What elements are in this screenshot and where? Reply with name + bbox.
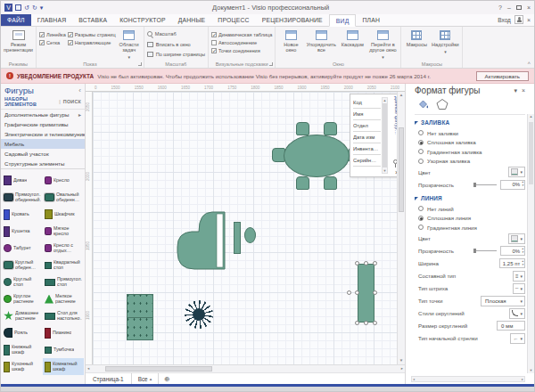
shape-item[interactable]: Рояль bbox=[2, 324, 43, 341]
input-control[interactable]: 0 мм bbox=[497, 321, 525, 331]
save-icon[interactable] bbox=[15, 4, 21, 11]
scroll-thumb[interactable] bbox=[529, 122, 533, 184]
checkbox-grid[interactable]: Сетка bbox=[39, 40, 66, 45]
shape-item[interactable]: Стол для настольно… bbox=[43, 307, 84, 324]
sign-in-label[interactable]: Вход bbox=[498, 17, 511, 23]
scroll-right-icon[interactable]: ▸ bbox=[401, 365, 403, 372]
dialog-launcher-icon[interactable] bbox=[269, 62, 273, 66]
stencil-item[interactable]: Структурные элементы bbox=[1, 159, 85, 168]
shape-item[interactable]: Шкафчик bbox=[43, 206, 84, 223]
dropdown-control[interactable]: Плоская▾ bbox=[481, 296, 525, 306]
shape-item[interactable]: Кресло с отдых… bbox=[43, 240, 84, 257]
scroll-thumb[interactable] bbox=[383, 103, 387, 167]
stencil-item[interactable]: Электрические и телекоммуникацион… bbox=[1, 129, 85, 139]
shape-item[interactable]: Мелкое растение bbox=[43, 290, 84, 307]
shape-item[interactable]: Кровать bbox=[2, 206, 43, 223]
arrange-all-button[interactable]: Упорядочить все bbox=[305, 29, 337, 60]
tab-search[interactable]: ПОИСК bbox=[63, 99, 81, 104]
shape-piano-bench[interactable] bbox=[234, 222, 241, 254]
fill-transparency-value[interactable]: 0%▴▾ bbox=[500, 180, 525, 190]
shape-item[interactable]: Кресло bbox=[43, 172, 84, 189]
shape-data-scrollbar[interactable]: ▲ ▼ bbox=[382, 97, 388, 174]
page-width-button[interactable]: По ширине страницы bbox=[147, 49, 205, 60]
ribbon-tab[interactable]: ВСТАВКА bbox=[72, 14, 113, 26]
shape-item[interactable]: Табурет bbox=[2, 240, 43, 257]
panel-menu-icon[interactable]: ▾ bbox=[514, 87, 517, 94]
panel-vertical-scrollbar[interactable]: ▲ ▼ bbox=[527, 114, 534, 373]
redo-icon[interactable]: ↻ bbox=[32, 4, 37, 12]
fill-icon[interactable] bbox=[416, 98, 429, 110]
tab-stencils[interactable]: НАБОРЫ ЭЛЕМЕНТОВ bbox=[4, 96, 56, 107]
radio-option[interactable]: Нет заливки bbox=[415, 128, 525, 138]
radio-option[interactable]: Сплошная заливка bbox=[415, 138, 525, 148]
line-color-button[interactable]: ▾ bbox=[508, 233, 525, 244]
shape-item[interactable]: Книжный шкаф bbox=[2, 341, 43, 358]
selection-handle[interactable] bbox=[355, 290, 359, 295]
scroll-left-icon[interactable]: ◂ bbox=[87, 365, 89, 372]
ribbon-tab[interactable]: КОНСТРУКТОР bbox=[113, 14, 171, 26]
checkbox-page-breaks[interactable]: Разрывы страниц bbox=[68, 32, 116, 37]
zoom-button[interactable]: Масштаб bbox=[147, 29, 205, 39]
shape-house-plant[interactable] bbox=[185, 300, 213, 329]
shape-chair[interactable] bbox=[324, 176, 337, 190]
selection-handle[interactable] bbox=[355, 321, 359, 325]
dropdown-button[interactable]: ▾ bbox=[509, 308, 525, 319]
transparency-slider[interactable] bbox=[473, 184, 497, 185]
activate-button[interactable]: Активировать bbox=[476, 71, 529, 81]
slider-thumb[interactable] bbox=[473, 183, 476, 187]
shape-item[interactable]: Домашнее растение bbox=[2, 307, 43, 324]
shape-chair[interactable] bbox=[296, 122, 309, 135]
selection-handle[interactable] bbox=[373, 290, 377, 295]
visio-logo-icon[interactable]: V bbox=[4, 4, 12, 12]
ribbon-tab[interactable]: ДАННЫЕ bbox=[172, 14, 212, 26]
shape-item[interactable]: Кушетка bbox=[2, 223, 43, 240]
add-page-button[interactable]: ⊕ bbox=[159, 375, 175, 383]
shape-item[interactable]: Мягкое кресло bbox=[43, 223, 84, 240]
close-button[interactable]: × bbox=[527, 4, 531, 11]
shape-item[interactable]: Круглый стол bbox=[2, 274, 43, 290]
canvas-horizontal-scrollbar[interactable]: ◂ ▸ bbox=[86, 364, 405, 372]
panel-close-icon[interactable]: × bbox=[522, 87, 525, 94]
scroll-thumb[interactable] bbox=[399, 127, 404, 212]
cascade-button[interactable]: Каскадом bbox=[339, 29, 366, 60]
scroll-down-icon[interactable]: ▼ bbox=[398, 357, 405, 364]
fill-section-header[interactable]: ЗАЛИВКА bbox=[415, 119, 525, 128]
checkbox-dynamic-grid[interactable]: Динамическая таблица bbox=[211, 32, 272, 37]
help-button[interactable]: ? bbox=[498, 4, 502, 11]
radio-option[interactable]: Градиентная линия bbox=[415, 223, 525, 233]
shape-chair[interactable] bbox=[324, 122, 337, 135]
collapse-panel-icon[interactable]: ‹ bbox=[78, 86, 81, 94]
line-transparency-value[interactable]: 0%▴▾ bbox=[500, 246, 525, 256]
scroll-up-icon[interactable]: ▲ bbox=[399, 93, 403, 97]
stencil-item[interactable]: Садовый участок bbox=[1, 149, 85, 159]
shape-item[interactable]: Прямоугол… обеденный… bbox=[2, 189, 43, 206]
scroll-right-icon[interactable]: ▸ bbox=[522, 377, 523, 382]
shape-room-cabinet-selected[interactable] bbox=[358, 264, 374, 323]
data-field-row[interactable]: Дата изм bbox=[353, 132, 381, 143]
ribbon-tab[interactable]: РЕЦЕНЗИРОВАНИЕ bbox=[256, 14, 329, 26]
selection-handle[interactable] bbox=[373, 261, 377, 265]
transparency-slider[interactable] bbox=[473, 250, 497, 251]
new-window-button[interactable]: Новое окно bbox=[278, 29, 303, 60]
checkbox-autoconnect[interactable]: Автосоединение bbox=[211, 40, 272, 45]
ribbon-tab[interactable]: ПРОЦЕСС bbox=[211, 14, 255, 26]
data-field-row[interactable]: Инвента… bbox=[353, 143, 381, 155]
drawing-canvas[interactable]: КодИмяОтделДата измИнвента…Серийн… ▲ ▼ Д… bbox=[93, 92, 397, 364]
selection-handle[interactable] bbox=[355, 261, 359, 265]
presentation-mode-button[interactable]: Режим презентации bbox=[4, 29, 33, 60]
shape-item[interactable]: Овальный обеденн… bbox=[43, 189, 84, 206]
fit-to-window-button[interactable]: Вписать в окно bbox=[147, 39, 205, 50]
slider-thumb[interactable] bbox=[473, 249, 476, 253]
data-field-row[interactable]: Отдел bbox=[353, 120, 381, 132]
shape-item[interactable]: Комнатный шкаф bbox=[43, 358, 84, 375]
dropdown-button[interactable]: ┄▾ bbox=[513, 283, 525, 294]
data-field-row[interactable]: Код bbox=[353, 97, 381, 109]
shape-table[interactable] bbox=[127, 294, 153, 340]
ribbon-collapse-icon[interactable]: ˄ bbox=[527, 61, 531, 66]
shape-oval-dining-table[interactable] bbox=[284, 135, 350, 177]
shape-item[interactable]: Круглое растение bbox=[2, 290, 43, 307]
checkbox-ruler[interactable]: Линейка bbox=[39, 32, 66, 37]
panel-horizontal-scrollbar[interactable]: ◂ ▸ bbox=[411, 376, 525, 382]
dropdown-button[interactable]: ←▾ bbox=[510, 333, 525, 344]
addins-button[interactable]: Надстройки▾ bbox=[431, 29, 459, 60]
